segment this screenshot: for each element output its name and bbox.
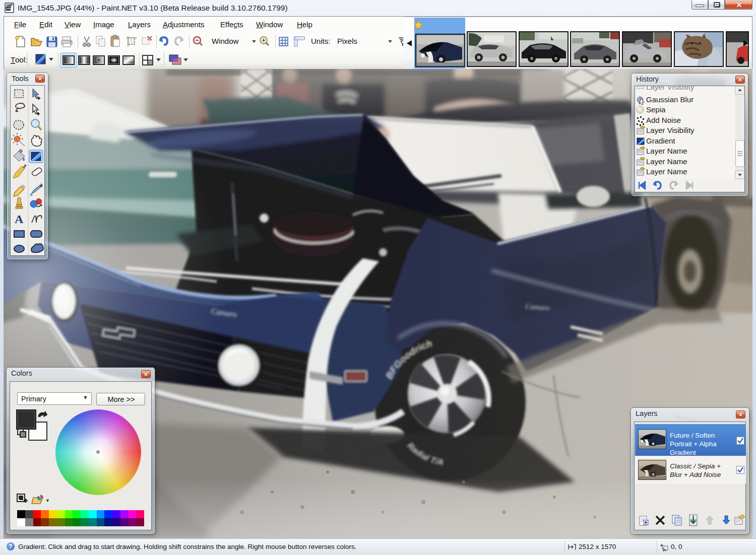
svg-text:Gradient: Gradient <box>646 136 675 145</box>
svg-text:A: A <box>15 213 24 226</box>
svg-text:Add Noise: Add Noise <box>646 116 681 124</box>
svg-text:Units:: Units: <box>311 37 330 45</box>
svg-text:Layer Visibility: Layer Visibility <box>646 126 695 134</box>
svg-text:Sepia: Sepia <box>646 105 666 114</box>
svg-text:ool:: ool: <box>15 55 27 64</box>
svg-text:Layer Name: Layer Name <box>646 147 687 155</box>
svg-text:Gaussian Blur: Gaussian Blur <box>646 95 694 104</box>
svg-text:T: T <box>11 55 15 64</box>
svg-text:Window: Window <box>212 37 239 45</box>
svg-text:Layer Name: Layer Name <box>646 157 687 166</box>
svg-text:Pixels: Pixels <box>337 37 357 45</box>
svg-text:Layer Name: Layer Name <box>646 167 687 176</box>
